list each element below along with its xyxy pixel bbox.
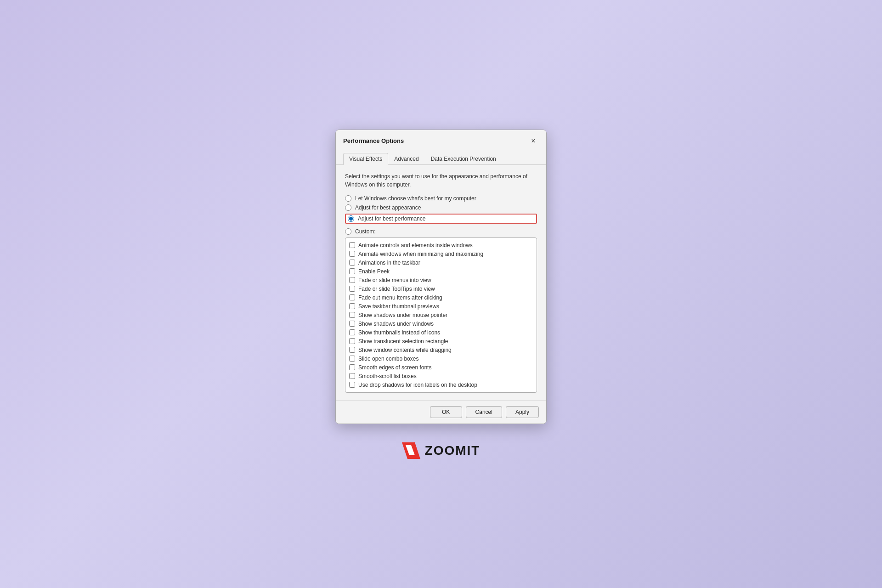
radio-let-windows-label: Let Windows choose what's best for my co… [355,195,476,202]
close-button[interactable]: × [528,136,539,147]
cb-slide-combo[interactable]: Slide open combo boxes [348,355,534,362]
cb-window-dragging-input[interactable] [349,347,355,353]
zoomit-logo-icon [402,442,420,459]
tab-visual-effects[interactable]: Visual Effects [343,153,388,165]
cb-fade-slide-menus-label: Fade or slide menus into view [358,277,431,283]
cb-fade-out-menu-label: Fade out menu items after clicking [358,294,442,301]
cb-slide-combo-input[interactable] [349,356,355,362]
cb-shadows-pointer-label: Show shadows under mouse pointer [358,312,447,318]
cb-animate-controls-label: Animate controls and elements inside win… [358,242,473,249]
description-text: Select the settings you want to use for … [345,172,537,189]
cb-window-dragging[interactable]: Show window contents while dragging [348,346,534,354]
performance-options-dialog: Performance Options × Visual Effects Adv… [335,130,547,424]
dialog-wrapper: Performance Options × Visual Effects Adv… [335,130,547,459]
radio-custom-label: Custom: [355,228,376,235]
cb-animations-taskbar-label: Animations in the taskbar [358,260,420,266]
cb-fade-slide-menus[interactable]: Fade or slide menus into view [348,277,534,284]
cb-thumbnails-label: Show thumbnails instead of icons [358,329,440,336]
title-bar: Performance Options × [336,130,546,147]
cb-animate-controls-input[interactable] [349,242,355,248]
cb-translucent-input[interactable] [349,338,355,344]
cb-shadows-pointer-input[interactable] [349,312,355,318]
cb-smooth-scroll-input[interactable] [349,373,355,379]
radio-best-performance[interactable]: Adjust for best performance [345,214,537,224]
cb-shadows-windows[interactable]: Show shadows under windows [348,320,534,328]
dialog-content: Select the settings you want to use for … [336,165,546,400]
radio-let-windows[interactable]: Let Windows choose what's best for my co… [345,195,537,202]
dialog-footer: OK Cancel Apply [336,400,546,424]
zoomit-logo: ZOOMIT [402,442,481,459]
cb-animate-controls[interactable]: Animate controls and elements inside win… [348,242,534,249]
cb-animations-taskbar-input[interactable] [349,260,355,266]
cb-save-taskbar-label: Save taskbar thumbnail previews [358,303,439,310]
radio-group: Let Windows choose what's best for my co… [345,195,537,224]
cb-shadows-windows-input[interactable] [349,321,355,327]
cb-animate-windows-input[interactable] [349,251,355,257]
cb-slide-combo-label: Slide open combo boxes [358,356,418,362]
cb-enable-peek-label: Enable Peek [358,268,390,275]
cb-smooth-scroll-label: Smooth-scroll list boxes [358,373,417,379]
radio-custom[interactable]: Custom: [345,228,376,235]
cb-animations-taskbar[interactable]: Animations in the taskbar [348,259,534,266]
cb-animate-windows[interactable]: Animate windows when minimizing and maxi… [348,250,534,258]
ok-button[interactable]: OK [430,406,462,418]
radio-best-appearance[interactable]: Adjust for best appearance [345,204,537,211]
cb-window-dragging-label: Show window contents while dragging [358,347,452,353]
radio-custom-input[interactable] [345,228,351,235]
effects-listbox: Animate controls and elements inside win… [345,237,537,393]
cb-translucent[interactable]: Show translucent selection rectangle [348,338,534,345]
tab-advanced[interactable]: Advanced [388,153,424,164]
radio-let-windows-input[interactable] [345,195,351,202]
cb-fade-out-menu-input[interactable] [349,294,355,300]
cb-fade-slide-menus-input[interactable] [349,277,355,283]
radio-best-performance-input[interactable] [348,215,354,222]
apply-button[interactable]: Apply [506,406,539,418]
cb-enable-peek[interactable]: Enable Peek [348,268,534,275]
cb-drop-shadows[interactable]: Use drop shadows for icon labels on the … [348,381,534,389]
dialog-title: Performance Options [343,137,404,144]
radio-best-appearance-label: Adjust for best appearance [355,204,421,211]
cb-smooth-edges-input[interactable] [349,364,355,370]
cb-fade-slide-tooltips-label: Fade or slide ToolTips into view [358,286,435,292]
cb-shadows-windows-label: Show shadows under windows [358,321,434,327]
radio-best-performance-label: Adjust for best performance [358,215,425,222]
cancel-button[interactable]: Cancel [466,406,502,418]
cb-thumbnails-input[interactable] [349,329,355,335]
radio-custom-row: Custom: [345,228,537,235]
cb-shadows-pointer[interactable]: Show shadows under mouse pointer [348,311,534,319]
cb-enable-peek-input[interactable] [349,268,355,274]
cb-smooth-edges-label: Smooth edges of screen fonts [358,364,431,371]
cb-smooth-edges[interactable]: Smooth edges of screen fonts [348,364,534,371]
cb-save-taskbar[interactable]: Save taskbar thumbnail previews [348,303,534,310]
cb-fade-slide-tooltips-input[interactable] [349,286,355,292]
cb-smooth-scroll[interactable]: Smooth-scroll list boxes [348,373,534,380]
cb-drop-shadows-input[interactable] [349,382,355,388]
radio-best-appearance-input[interactable] [345,204,351,211]
tab-data-execution[interactable]: Data Execution Prevention [425,153,502,164]
cb-fade-out-menu[interactable]: Fade out menu items after clicking [348,294,534,301]
cb-translucent-label: Show translucent selection rectangle [358,338,448,345]
tab-bar: Visual Effects Advanced Data Execution P… [336,149,546,165]
cb-animate-windows-label: Animate windows when minimizing and maxi… [358,251,483,257]
cb-fade-slide-tooltips[interactable]: Fade or slide ToolTips into view [348,285,534,293]
cb-drop-shadows-label: Use drop shadows for icon labels on the … [358,382,477,388]
zoomit-logo-text: ZOOMIT [425,443,481,458]
cb-thumbnails[interactable]: Show thumbnails instead of icons [348,329,534,336]
cb-save-taskbar-input[interactable] [349,303,355,309]
